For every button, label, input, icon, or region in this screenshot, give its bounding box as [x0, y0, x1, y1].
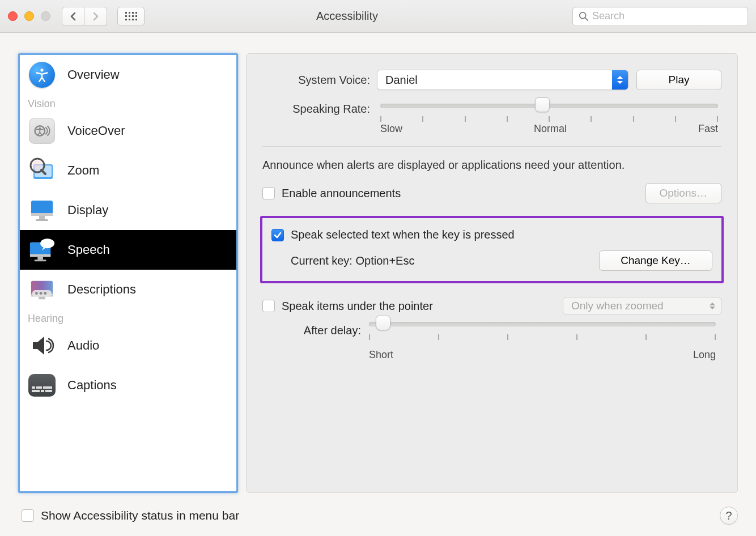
after-delay-slider[interactable]: [369, 322, 716, 326]
speak-pointer-checkbox[interactable]: [262, 300, 275, 312]
pointer-mode-value: Only when zoomed: [571, 300, 664, 312]
sidebar-item-descriptions[interactable]: Descriptions: [20, 270, 236, 309]
zoom-window-button: [41, 11, 50, 21]
sidebar-item-label: Display: [67, 203, 108, 218]
svg-rect-13: [36, 219, 48, 221]
slider-labels: Slow Normal Fast: [380, 123, 718, 135]
delay-long: Long: [693, 349, 716, 361]
svg-rect-28: [43, 386, 52, 389]
svg-point-18: [40, 239, 54, 248]
sidebar-item-audio[interactable]: Audio: [20, 326, 236, 365]
captions-icon: [28, 374, 56, 397]
svg-rect-26: [32, 386, 35, 389]
svg-point-2: [40, 69, 43, 71]
system-voice-value: Daniel: [385, 74, 418, 87]
sidebar-item-speech[interactable]: Speech: [20, 230, 236, 270]
sidebar-item-zoom[interactable]: Zoom: [20, 151, 236, 190]
divider: [262, 146, 721, 147]
window-controls: [8, 11, 50, 21]
svg-point-24: [40, 292, 43, 295]
change-key-button[interactable]: Change Key…: [599, 250, 712, 271]
speak-selected-highlight: Speak selected text when the key is pres…: [260, 216, 724, 283]
sidebar-item-label: VoiceOver: [67, 124, 125, 138]
accessibility-icon: [29, 62, 55, 88]
speech-icon: [29, 237, 55, 263]
enable-announcements-checkbox[interactable]: [262, 187, 275, 199]
slider-ticks: [369, 330, 716, 341]
zoom-icon: [29, 158, 55, 184]
voiceover-icon: [29, 118, 55, 144]
sidebar-item-label: Descriptions: [67, 282, 136, 297]
sidebar-item-label: Captions: [67, 378, 117, 393]
sidebar-item-label: Zoom: [67, 163, 99, 178]
slider-knob[interactable]: [376, 316, 390, 330]
after-delay-label: After delay:: [282, 322, 361, 337]
search-icon: [579, 11, 589, 22]
svg-rect-16: [37, 257, 43, 260]
svg-point-25: [44, 292, 46, 295]
svg-rect-12: [39, 216, 45, 219]
svg-rect-27: [36, 386, 42, 389]
rate-slow: Slow: [380, 123, 402, 135]
pointer-mode-select: Only when zoomed: [563, 297, 721, 315]
rate-normal: Normal: [534, 123, 567, 135]
footer: Show Accessibility status in menu bar ?: [0, 500, 756, 536]
dropdown-arrows-icon: [612, 70, 628, 90]
options-button: Options…: [645, 183, 721, 203]
slider-ticks: [380, 112, 718, 123]
help-icon: ?: [725, 509, 732, 522]
settings-panel: System Voice: Daniel Play Speaking Rate:…: [246, 53, 738, 493]
slider-knob[interactable]: [535, 97, 550, 112]
delay-labels: Short Long: [369, 349, 716, 361]
sidebar-item-captions[interactable]: Captions: [20, 365, 236, 405]
close-window-button[interactable]: [8, 11, 18, 21]
svg-rect-29: [32, 390, 40, 392]
dropdown-arrows-icon: [710, 300, 715, 312]
announce-description: Announce when alerts are displayed or ap…: [262, 157, 721, 173]
audio-icon: [29, 333, 55, 359]
sidebar-item-display[interactable]: Display: [20, 190, 236, 230]
sidebar-header-vision: Vision: [20, 95, 236, 111]
forward-button[interactable]: [84, 7, 107, 26]
help-button[interactable]: ?: [720, 507, 738, 525]
system-voice-label: System Voice:: [262, 74, 370, 87]
enable-announcements-label: Enable announcements: [282, 187, 401, 200]
svg-point-0: [580, 12, 586, 18]
grid-icon: [125, 12, 137, 20]
speak-selected-checkbox[interactable]: [271, 229, 284, 241]
system-voice-select[interactable]: Daniel: [377, 70, 628, 90]
svg-line-1: [585, 18, 588, 20]
svg-rect-17: [35, 260, 46, 261]
svg-point-23: [35, 292, 38, 295]
nav-buttons: [62, 7, 107, 26]
svg-rect-15: [30, 254, 50, 257]
show-all-button[interactable]: [117, 7, 145, 26]
speaking-rate-slider[interactable]: [380, 104, 718, 108]
svg-rect-11: [31, 213, 53, 216]
svg-rect-30: [41, 390, 44, 392]
titlebar: Accessibility: [0, 0, 756, 33]
display-icon: [29, 197, 55, 223]
sidebar-item-overview[interactable]: Overview: [20, 55, 236, 95]
sidebar-item-label: Overview: [67, 67, 120, 82]
speak-selected-label: Speak selected text when the key is pres…: [291, 228, 515, 241]
search-input[interactable]: [592, 10, 742, 22]
speaking-rate-label: Speaking Rate:: [262, 101, 370, 116]
sidebar-header-hearing: Hearing: [20, 309, 236, 326]
current-key-label: Current key: Option+Esc: [291, 254, 414, 267]
sidebar-item-label: Audio: [67, 338, 99, 353]
search-field[interactable]: [572, 7, 748, 26]
sidebar-item-voiceover[interactable]: VoiceOver: [20, 111, 236, 151]
sidebar: Overview Vision VoiceOver Zoom Display S…: [18, 53, 238, 493]
delay-short: Short: [369, 349, 393, 361]
show-status-label: Show Accessibility status in menu bar: [41, 509, 239, 522]
rate-fast: Fast: [698, 123, 718, 135]
svg-rect-31: [45, 390, 52, 392]
back-button[interactable]: [62, 7, 84, 26]
minimize-window-button[interactable]: [24, 11, 34, 21]
play-button[interactable]: Play: [636, 70, 721, 90]
show-status-checkbox[interactable]: [22, 509, 34, 522]
sidebar-item-label: Speech: [67, 243, 110, 257]
descriptions-icon: [29, 276, 55, 303]
speak-pointer-label: Speak items under the pointer: [282, 300, 433, 313]
